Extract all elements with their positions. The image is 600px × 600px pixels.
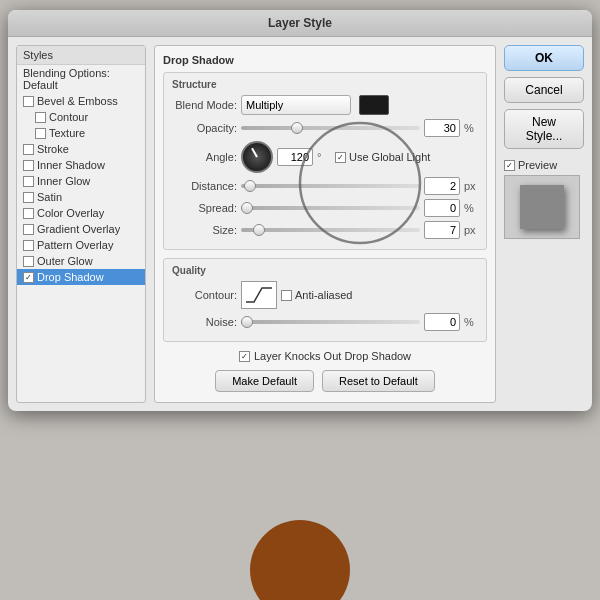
satin-checkbox[interactable] <box>23 192 34 203</box>
size-label: Size: <box>172 224 237 236</box>
contour-preview[interactable] <box>241 281 277 309</box>
stroke-checkbox[interactable] <box>23 144 34 155</box>
preview-inner <box>520 185 564 229</box>
sidebar-item-gradient-overlay[interactable]: Gradient Overlay <box>17 221 145 237</box>
size-slider[interactable] <box>241 228 420 232</box>
preview-section: Preview <box>504 159 584 239</box>
contour-label: Contour: <box>172 289 237 301</box>
sidebar-item-satin[interactable]: Satin <box>17 189 145 205</box>
anti-alias-label: Anti-aliased <box>295 289 352 301</box>
sidebar-item-blending[interactable]: Blending Options: Default <box>17 65 145 93</box>
structure-group: Structure Blend Mode: Multiply Normal Sc… <box>163 72 487 250</box>
layer-knocks-label: Layer Knocks Out Drop Shadow <box>254 350 411 362</box>
spread-slider[interactable] <box>241 206 420 210</box>
spread-input[interactable] <box>424 199 460 217</box>
global-light-label: Use Global Light <box>349 151 430 163</box>
distance-slider-container <box>241 179 420 193</box>
angle-input[interactable] <box>277 148 313 166</box>
distance-row: Distance: px <box>172 177 478 195</box>
spread-label: Spread: <box>172 202 237 214</box>
main-panel: Drop Shadow Structure Blend Mode: Multip… <box>154 45 496 403</box>
spread-slider-container <box>241 201 420 215</box>
bottom-buttons: Make Default Reset to Default <box>163 366 487 394</box>
sidebar-item-outer-glow[interactable]: Outer Glow <box>17 253 145 269</box>
noise-slider[interactable] <box>241 320 420 324</box>
preview-label: Preview <box>518 159 557 171</box>
opacity-label: Opacity: <box>172 122 237 134</box>
gradient-overlay-checkbox[interactable] <box>23 224 34 235</box>
distance-input[interactable] <box>424 177 460 195</box>
opacity-slider[interactable] <box>241 126 420 130</box>
blend-mode-select[interactable]: Multiply Normal Screen <box>241 95 351 115</box>
inner-glow-checkbox[interactable] <box>23 176 34 187</box>
sidebar-header: Styles <box>17 46 145 65</box>
size-row: Size: px <box>172 221 478 239</box>
dialog-title: Layer Style <box>268 16 332 30</box>
blend-color-swatch[interactable] <box>359 95 389 115</box>
layer-style-dialog: Layer Style Styles Blending Options: Def… <box>8 10 592 411</box>
section-title: Drop Shadow <box>163 54 487 66</box>
title-bar: Layer Style <box>8 10 592 37</box>
drop-shadow-checkbox[interactable] <box>23 272 34 283</box>
blending-options-label: Blending Options: Default <box>23 67 139 91</box>
new-style-button[interactable]: New Style... <box>504 109 584 149</box>
angle-unit: ° <box>317 151 331 163</box>
right-panel: OK Cancel New Style... Preview <box>504 45 584 403</box>
contour-checkbox[interactable] <box>35 112 46 123</box>
opacity-unit: % <box>464 122 478 134</box>
blend-mode-row: Blend Mode: Multiply Normal Screen <box>172 95 478 115</box>
angle-label: Angle: <box>172 151 237 163</box>
noise-row: Noise: % <box>172 313 478 331</box>
noise-input[interactable] <box>424 313 460 331</box>
sidebar-item-inner-shadow[interactable]: Inner Shadow <box>17 157 145 173</box>
size-input[interactable] <box>424 221 460 239</box>
noise-unit: % <box>464 316 478 328</box>
structure-title: Structure <box>172 79 478 90</box>
preview-label-row: Preview <box>504 159 584 171</box>
anti-alias-row: Anti-aliased <box>281 289 352 301</box>
quality-title: Quality <box>172 265 478 276</box>
contour-row: Contour: Anti-aliased <box>172 281 478 309</box>
make-default-button[interactable]: Make Default <box>215 370 314 392</box>
color-overlay-checkbox[interactable] <box>23 208 34 219</box>
size-unit: px <box>464 224 478 236</box>
reset-to-default-button[interactable]: Reset to Default <box>322 370 435 392</box>
preview-checkbox[interactable] <box>504 160 515 171</box>
opacity-slider-container <box>241 121 420 135</box>
sidebar-item-texture[interactable]: Texture <box>17 125 145 141</box>
preview-box <box>504 175 580 239</box>
inner-shadow-checkbox[interactable] <box>23 160 34 171</box>
sidebar-item-drop-shadow[interactable]: Drop Shadow <box>17 269 145 285</box>
opacity-row: Opacity: % <box>172 119 478 137</box>
texture-checkbox[interactable] <box>35 128 46 139</box>
layer-knocks-checkbox[interactable] <box>239 351 250 362</box>
distance-label: Distance: <box>172 180 237 192</box>
global-light-row: Use Global Light <box>335 151 430 163</box>
sidebar-item-pattern-overlay[interactable]: Pattern Overlay <box>17 237 145 253</box>
bevel-checkbox[interactable] <box>23 96 34 107</box>
distance-slider[interactable] <box>241 184 420 188</box>
spread-unit: % <box>464 202 478 214</box>
global-light-checkbox[interactable] <box>335 152 346 163</box>
noise-slider-container <box>241 315 420 329</box>
sidebar-item-color-overlay[interactable]: Color Overlay <box>17 205 145 221</box>
outer-glow-checkbox[interactable] <box>23 256 34 267</box>
angle-row: Angle: ° Use Global Light <box>172 141 478 173</box>
layer-knocks-row: Layer Knocks Out Drop Shadow <box>163 350 487 362</box>
sidebar-item-bevel[interactable]: Bevel & Emboss <box>17 93 145 109</box>
angle-dial[interactable] <box>241 141 273 173</box>
sidebar-item-stroke[interactable]: Stroke <box>17 141 145 157</box>
anti-alias-checkbox[interactable] <box>281 290 292 301</box>
pattern-overlay-checkbox[interactable] <box>23 240 34 251</box>
opacity-input[interactable] <box>424 119 460 137</box>
noise-label: Noise: <box>172 316 237 328</box>
sidebar-item-contour[interactable]: Contour <box>17 109 145 125</box>
sidebar-item-inner-glow[interactable]: Inner Glow <box>17 173 145 189</box>
cancel-button[interactable]: Cancel <box>504 77 584 103</box>
quality-group: Quality Contour: Anti-aliased <box>163 258 487 342</box>
spread-row: Spread: % <box>172 199 478 217</box>
blend-mode-label: Blend Mode: <box>172 99 237 111</box>
ok-button[interactable]: OK <box>504 45 584 71</box>
styles-sidebar: Styles Blending Options: Default Bevel &… <box>16 45 146 403</box>
size-slider-container <box>241 223 420 237</box>
